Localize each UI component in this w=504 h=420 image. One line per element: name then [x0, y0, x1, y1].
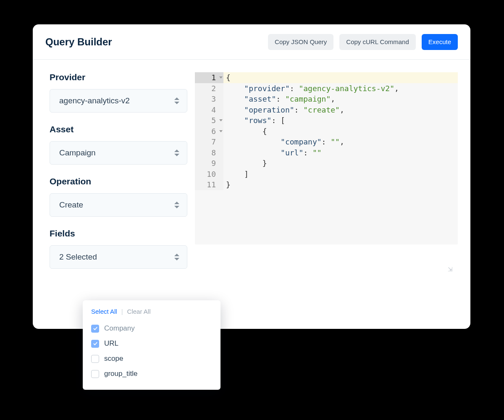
card-body: Provider agency-analytics-v2 Asset Campa…: [33, 60, 470, 281]
fold-icon[interactable]: [219, 130, 223, 132]
option-label: Company: [104, 324, 135, 333]
chevron-sort-icon: [174, 149, 179, 157]
code-content[interactable]: "company": "",: [223, 136, 344, 147]
line-number: 6: [195, 126, 223, 137]
field-option[interactable]: scope: [91, 351, 212, 366]
provider-group: Provider agency-analytics-v2: [50, 72, 187, 113]
editor-line[interactable]: 6 {: [195, 126, 458, 137]
option-label: scope: [104, 354, 123, 363]
provider-label: Provider: [50, 72, 187, 82]
line-number: 1: [195, 72, 223, 83]
checkbox-unchecked-icon[interactable]: [91, 370, 99, 378]
line-number: 11: [195, 179, 223, 190]
chevron-sort-icon: [174, 201, 179, 209]
operation-label: Operation: [50, 176, 187, 186]
fields-value: 2 Selected: [59, 252, 97, 262]
code-content[interactable]: "asset": "campaign",: [223, 94, 335, 105]
fold-icon[interactable]: [219, 76, 223, 79]
card-header: Query Builder Copy JSON Query Copy cURL …: [33, 24, 470, 60]
page-title: Query Builder: [45, 36, 112, 48]
line-number: 3: [195, 94, 223, 105]
operation-select[interactable]: Create: [50, 193, 187, 217]
select-all-link[interactable]: Select All: [91, 308, 117, 315]
line-number: 4: [195, 105, 223, 116]
line-number: 8: [195, 147, 223, 158]
code-content[interactable]: }: [223, 179, 231, 190]
form-column: Provider agency-analytics-v2 Asset Campa…: [50, 72, 187, 281]
line-number: 5: [195, 115, 223, 126]
dropdown-actions: Select All | Clear All: [91, 308, 212, 315]
separator: |: [121, 308, 123, 315]
chevron-sort-icon: [174, 97, 179, 105]
editor-line[interactable]: 7 "company": "",: [195, 136, 458, 147]
provider-value: agency-analytics-v2: [59, 96, 130, 105]
line-number: 9: [195, 158, 223, 169]
header-actions: Copy JSON Query Copy cURL Command Execut…: [268, 34, 458, 50]
code-content[interactable]: }: [223, 158, 267, 169]
code-content[interactable]: {: [223, 126, 267, 137]
code-content[interactable]: ]: [223, 169, 249, 180]
editor-line[interactable]: 2 "provider": "agency-analytics-v2",: [195, 83, 458, 94]
line-number: 10: [195, 169, 223, 180]
option-label: URL: [104, 339, 118, 348]
option-label: group_title: [104, 370, 137, 378]
editor-column: 1{2 "provider": "agency-analytics-v2",3 …: [195, 72, 458, 281]
code-editor[interactable]: 1{2 "provider": "agency-analytics-v2",3 …: [195, 72, 458, 244]
code-content[interactable]: "url": "": [223, 147, 322, 158]
operation-value: Create: [59, 200, 83, 210]
query-builder-card: Query Builder Copy JSON Query Copy cURL …: [33, 24, 470, 329]
operation-group: Operation Create: [50, 176, 187, 217]
fields-label: Fields: [50, 228, 187, 239]
chevron-sort-icon: [174, 253, 179, 261]
fold-icon[interactable]: [219, 119, 223, 121]
checkbox-unchecked-icon[interactable]: [91, 355, 99, 363]
copy-curl-button[interactable]: Copy cURL Command: [339, 34, 416, 50]
clear-all-link[interactable]: Clear All: [127, 308, 151, 315]
fields-dropdown: Select All | Clear All CompanyURLscopegr…: [83, 300, 220, 390]
editor-line[interactable]: 8 "url": "": [195, 147, 458, 158]
editor-line[interactable]: 3 "asset": "campaign",: [195, 94, 458, 105]
execute-button[interactable]: Execute: [422, 34, 458, 50]
line-number: 7: [195, 136, 223, 147]
checkbox-checked-icon[interactable]: [91, 340, 99, 348]
field-option[interactable]: URL: [91, 336, 212, 351]
editor-line[interactable]: 10 ]: [195, 169, 458, 180]
field-option[interactable]: group_title: [91, 366, 212, 381]
asset-label: Asset: [50, 124, 187, 134]
code-content[interactable]: {: [223, 72, 458, 83]
code-content[interactable]: "operation": "create",: [223, 105, 344, 116]
editor-line[interactable]: 1{: [195, 72, 458, 83]
line-number: 2: [195, 83, 223, 94]
asset-group: Asset Campaign: [50, 124, 187, 165]
provider-select[interactable]: agency-analytics-v2: [50, 89, 187, 113]
code-content[interactable]: "rows": [: [223, 115, 285, 126]
editor-line[interactable]: 4 "operation": "create",: [195, 105, 458, 116]
asset-value: Campaign: [59, 148, 96, 158]
checkbox-checked-icon[interactable]: [91, 325, 99, 333]
asset-select[interactable]: Campaign: [50, 141, 187, 165]
editor-line[interactable]: 5 "rows": [: [195, 115, 458, 126]
field-option[interactable]: Company: [91, 321, 212, 336]
options-list: CompanyURLscopegroup_title: [91, 321, 212, 381]
fields-select[interactable]: 2 Selected: [50, 245, 187, 269]
editor-line[interactable]: 11}: [195, 179, 458, 190]
copy-json-button[interactable]: Copy JSON Query: [268, 34, 333, 50]
fields-group: Fields 2 Selected: [50, 228, 187, 269]
resize-handle-icon[interactable]: ⇲: [448, 266, 453, 273]
code-content[interactable]: "provider": "agency-analytics-v2",: [223, 83, 399, 94]
editor-line[interactable]: 9 }: [195, 158, 458, 169]
